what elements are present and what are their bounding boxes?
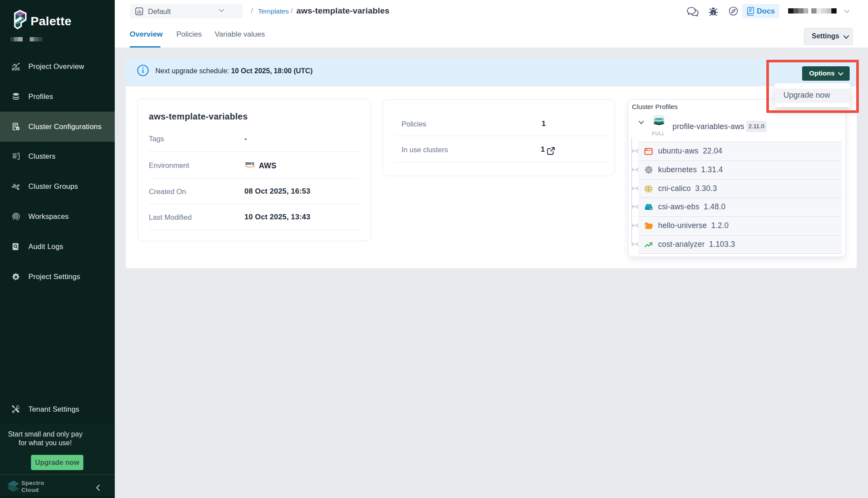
svg-text:aws: aws — [245, 160, 254, 166]
